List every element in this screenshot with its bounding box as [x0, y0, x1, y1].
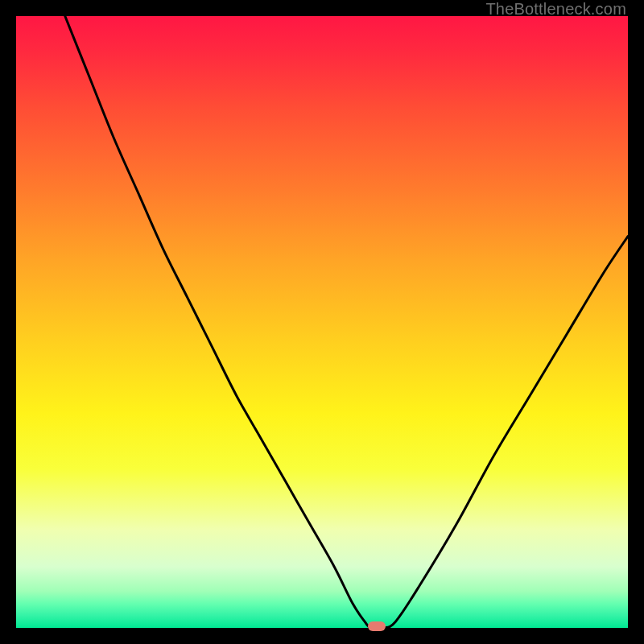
optimal-point-marker	[368, 621, 386, 631]
plot-frame	[16, 16, 628, 628]
attribution-text: TheBottleneck.com	[485, 0, 626, 19]
bottleneck-curve	[16, 16, 628, 628]
